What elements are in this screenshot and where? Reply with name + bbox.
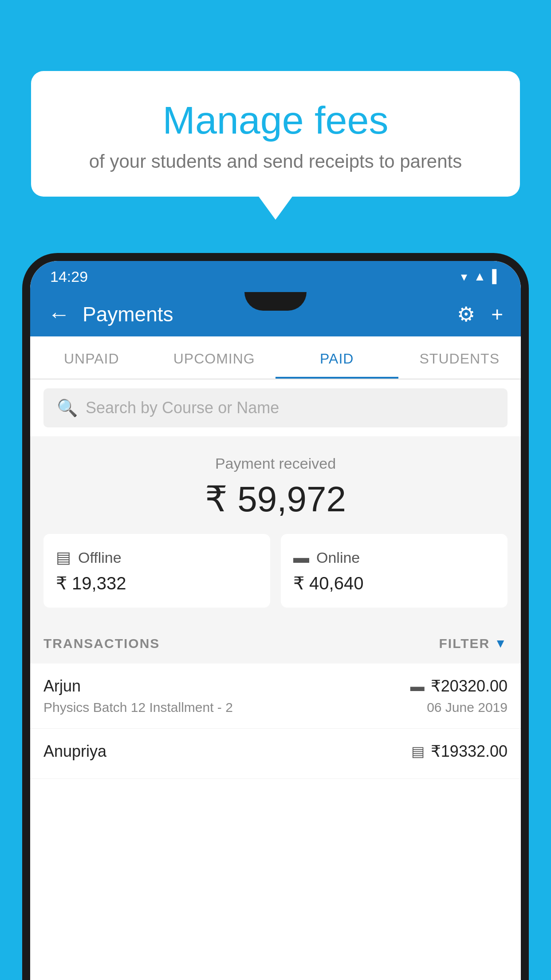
add-icon[interactable]: +	[491, 302, 503, 326]
online-icon: ▬	[293, 548, 309, 567]
tab-students[interactable]: STUDENTS	[398, 336, 521, 379]
back-button[interactable]: ←	[48, 301, 70, 327]
table-row[interactable]: Arjun ▬ ₹20320.00 Physics Batch 12 Insta…	[30, 664, 521, 729]
transaction-amount-row: ▬ ₹20320.00	[410, 677, 508, 695]
phone-screen: 14:29 ▾ ▲ ▌ ← Payments ⚙ + UNPAID UPCOMI…	[30, 261, 521, 980]
filter-icon: ▼	[494, 636, 508, 651]
transaction-course: Physics Batch 12 Installment - 2	[43, 700, 233, 715]
status-icons: ▾ ▲ ▌	[461, 269, 501, 284]
online-label: Online	[316, 549, 360, 566]
bubble-title: Manage fees	[53, 98, 498, 143]
transactions-list: Arjun ▬ ₹20320.00 Physics Batch 12 Insta…	[30, 664, 521, 980]
tab-upcoming[interactable]: UPCOMING	[153, 336, 276, 379]
transaction-amount-row: ▤ ₹19332.00	[411, 742, 508, 761]
table-row[interactable]: Anupriya ▤ ₹19332.00	[30, 729, 521, 779]
transaction-amount: ₹20320.00	[431, 677, 508, 695]
payment-total-amount: ₹ 59,972	[43, 478, 508, 520]
transactions-label: TRANSACTIONS	[43, 636, 160, 651]
online-card-header: ▬ Online	[293, 548, 495, 567]
wifi-icon: ▾	[461, 269, 467, 284]
transaction-name: Anupriya	[43, 742, 106, 761]
search-container: 🔍 Search by Course or Name	[30, 379, 521, 436]
transaction-row-1: Arjun ▬ ₹20320.00	[43, 677, 508, 695]
offline-amount: ₹ 19,332	[56, 573, 258, 593]
bubble-subtitle: of your students and send receipts to pa…	[53, 151, 498, 172]
offline-icon: ▤	[56, 548, 71, 567]
online-pay-icon: ▬	[410, 678, 425, 695]
offline-card: ▤ Offline ₹ 19,332	[43, 534, 270, 608]
online-card: ▬ Online ₹ 40,640	[281, 534, 508, 608]
payment-received-label: Payment received	[43, 455, 508, 472]
phone-notch	[244, 292, 307, 311]
search-box[interactable]: 🔍 Search by Course or Name	[43, 388, 508, 427]
signal-icon: ▲	[473, 269, 486, 284]
search-icon: 🔍	[57, 398, 78, 418]
transaction-row-1: Anupriya ▤ ₹19332.00	[43, 742, 508, 761]
filter-label: FILTER	[439, 636, 490, 651]
offline-label: Offline	[78, 549, 122, 566]
search-input[interactable]: Search by Course or Name	[86, 399, 279, 417]
filter-button[interactable]: FILTER ▼	[439, 636, 508, 651]
status-time: 14:29	[50, 268, 88, 285]
battery-icon: ▌	[492, 269, 501, 284]
online-amount: ₹ 40,640	[293, 573, 495, 593]
settings-icon[interactable]: ⚙	[457, 302, 475, 326]
offline-card-header: ▤ Offline	[56, 548, 258, 567]
speech-bubble: Manage fees of your students and send re…	[31, 71, 520, 197]
offline-pay-icon: ▤	[411, 743, 425, 760]
transaction-date: 06 June 2019	[427, 700, 508, 715]
tab-paid[interactable]: PAID	[276, 336, 398, 379]
header-icons: ⚙ +	[457, 302, 503, 326]
tab-unpaid[interactable]: UNPAID	[30, 336, 153, 379]
transaction-amount: ₹19332.00	[431, 742, 508, 761]
transactions-header: TRANSACTIONS FILTER ▼	[30, 624, 521, 664]
transaction-row-2: Physics Batch 12 Installment - 2 06 June…	[43, 700, 508, 715]
payment-cards: ▤ Offline ₹ 19,332 ▬ Online ₹ 40,640	[43, 534, 508, 608]
tabs-bar: UNPAID UPCOMING PAID STUDENTS	[30, 336, 521, 379]
phone-frame: 14:29 ▾ ▲ ▌ ← Payments ⚙ + UNPAID UPCOMI…	[22, 253, 529, 980]
status-bar: 14:29 ▾ ▲ ▌	[30, 261, 521, 292]
transaction-name: Arjun	[43, 677, 81, 695]
payment-summary: Payment received ₹ 59,972 ▤ Offline ₹ 19…	[30, 436, 521, 624]
